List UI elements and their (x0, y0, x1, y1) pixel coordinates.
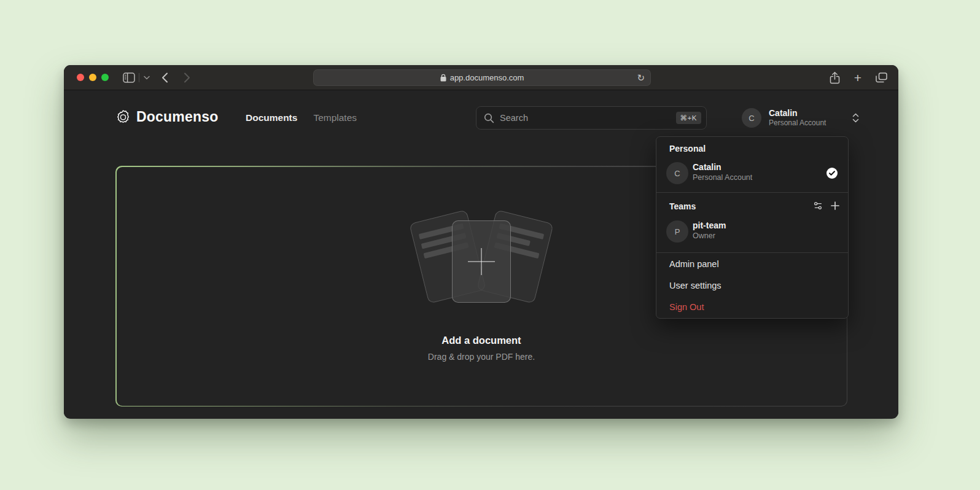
personal-name: Catalin (693, 162, 721, 173)
forward-button[interactable] (179, 65, 194, 90)
back-button[interactable] (157, 65, 172, 90)
dropzone-title: Add a document (441, 335, 521, 346)
search-input[interactable] (500, 113, 676, 123)
menu-item-sign-out[interactable]: Sign Out (661, 296, 843, 317)
menu-item-team[interactable]: P pit-team Owner (661, 216, 843, 247)
toolbar-separator (139, 73, 139, 82)
documenso-logo-icon (115, 109, 131, 125)
share-icon[interactable] (830, 72, 840, 84)
personal-avatar: C (666, 162, 688, 184)
sidebar-toggle-icon[interactable] (120, 65, 138, 90)
menu-teams-label: Teams (669, 201, 696, 211)
account-name: Catalin (769, 108, 847, 119)
new-tab-icon[interactable]: + (854, 72, 861, 84)
nav-documents[interactable]: Documents (246, 112, 297, 123)
browser-window: app.documenso.com ↻ + (64, 65, 898, 419)
browser-titlebar: app.documenso.com ↻ + (64, 65, 898, 90)
brand-wordmark: Documenso (136, 109, 218, 125)
refresh-icon[interactable]: ↻ (637, 73, 645, 83)
lock-icon (440, 74, 446, 82)
menu-divider (656, 192, 848, 193)
close-window-button[interactable] (77, 74, 84, 81)
minimize-window-button[interactable] (89, 74, 96, 81)
team-avatar: P (666, 220, 688, 243)
account-avatar: C (742, 108, 761, 128)
add-team-icon[interactable] (831, 201, 839, 210)
personal-type: Personal Account (693, 173, 752, 182)
document-stack-illustration (399, 211, 564, 314)
menu-item-user-settings[interactable]: User settings (661, 274, 843, 296)
add-document-card (452, 220, 511, 303)
app-content: Documenso Documents Templates ⌘+K C Cata… (64, 90, 898, 418)
main-nav: Documents Templates (246, 112, 357, 123)
chevrons-up-down-icon (852, 113, 859, 123)
brand[interactable]: Documenso (115, 109, 218, 125)
search-icon (484, 113, 494, 123)
search-shortcut-badge: ⌘+K (676, 112, 701, 124)
sidebar-chevron-down-icon[interactable] (141, 65, 152, 90)
dropzone-subtitle: Drag & drop your PDF here. (428, 352, 535, 362)
team-name: pit-team (693, 220, 726, 231)
tab-overview-icon[interactable] (876, 72, 887, 83)
account-type: Personal Account (769, 119, 847, 128)
search-box[interactable]: ⌘+K (476, 106, 707, 130)
team-role: Owner (693, 231, 715, 241)
manage-teams-icon[interactable] (813, 201, 823, 211)
check-circle-icon (826, 168, 838, 179)
address-bar-url: app.documenso.com (450, 73, 524, 82)
address-bar[interactable]: app.documenso.com ↻ (313, 69, 651, 86)
plus-icon (468, 248, 495, 275)
menu-item-personal-account[interactable]: C Catalin Personal Account (661, 157, 843, 189)
window-controls (77, 74, 109, 81)
menu-item-admin-panel[interactable]: Admin panel (661, 253, 843, 274)
account-dropdown-menu: Personal C Catalin Personal Account Team… (656, 136, 849, 319)
zoom-window-button[interactable] (101, 74, 109, 81)
menu-personal-label: Personal (669, 144, 706, 154)
account-menu-button[interactable]: C Catalin Personal Account (742, 108, 859, 128)
nav-templates[interactable]: Templates (313, 112, 357, 123)
